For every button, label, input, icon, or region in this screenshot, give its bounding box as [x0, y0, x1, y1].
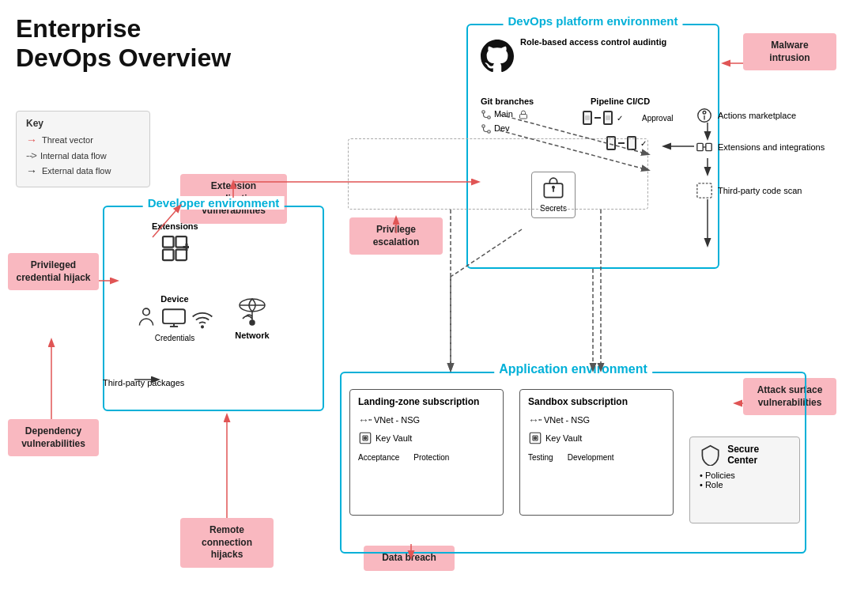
svg-rect-11: [176, 250, 187, 261]
sandbox-labels: Testing Development: [528, 453, 665, 462]
landing-zone-box: Landing-zone subscription ↔⋅⋅ VNet - NSG…: [349, 389, 504, 516]
devops-env-label: DevOps platform environment: [503, 14, 682, 28]
thirdparty-scan: Third-party code scan: [696, 182, 802, 199]
threat-remote-hijack: Remote connection hijacks: [180, 518, 274, 568]
checkmark-icon: ✓: [617, 114, 623, 123]
device-label: Device: [136, 294, 213, 304]
secure-center-items: • Policies • Role: [700, 471, 790, 489]
key-threat: → Threat vector: [26, 134, 140, 146]
svg-rect-9: [176, 236, 187, 248]
application-environment-box: Application environment Landing-zone sub…: [340, 372, 806, 554]
landing-vnet: ↔⋅⋅ VNet - NSG: [358, 414, 495, 426]
landing-zone-title: Landing-zone subscription: [358, 396, 495, 407]
pipeline-visual: ✓: [583, 111, 623, 125]
secure-center-title: Secure Center: [727, 444, 790, 466]
approval-label: Approval: [642, 114, 673, 123]
third-party-packages-label: Third-party packages: [103, 378, 184, 387]
application-env-label: Application environment: [494, 362, 652, 376]
svg-rect-10: [163, 250, 174, 261]
actions-marketplace: Actions marketplace: [696, 107, 796, 124]
sandbox-vnet: ↔⋅⋅ VNet - NSG: [528, 414, 665, 426]
key-title: Key: [26, 118, 140, 129]
svg-point-14: [143, 308, 150, 316]
key-external-label: External data flow: [42, 166, 111, 176]
svg-point-22: [250, 320, 255, 325]
svg-rect-15: [163, 309, 185, 323]
pipeline-dashed-box: [348, 138, 648, 210]
git-branches-label: Git branches: [481, 96, 534, 106]
sandbox-keyvault: Key Vault: [528, 431, 665, 445]
svg-point-0: [482, 111, 485, 114]
internal-arrow-icon: - ->: [26, 149, 36, 161]
sandbox-title: Sandbox subscription: [528, 396, 665, 407]
rbac-label: Role-based access control audintig: [520, 36, 666, 48]
svg-point-30: [703, 111, 706, 115]
landing-zone-labels: Acceptance Protection: [358, 453, 495, 462]
extensions-label: Extensions: [152, 221, 198, 231]
dots-icon-2: ↔⋅⋅: [528, 414, 541, 426]
extensions-label: Extensions and integrations: [718, 142, 825, 152]
svg-rect-8: [163, 236, 174, 248]
svg-rect-34: [697, 183, 711, 198]
svg-point-28: [534, 437, 537, 440]
secure-center-box: Secure Center • Policies • Role: [689, 436, 800, 523]
actions-label: Actions marketplace: [718, 111, 796, 120]
github-icon: [481, 40, 514, 76]
svg-point-25: [364, 437, 367, 440]
key-internal: - -> Internal data flow: [26, 149, 140, 161]
network-label: Network: [235, 331, 270, 340]
main-branch: Main: [481, 109, 528, 120]
threat-privilege-esc: Privilege escalation: [349, 217, 443, 255]
extensions-area: Extensions: [152, 221, 198, 266]
threat-dependency: Dependency vulnerabilities: [8, 419, 99, 456]
key-threat-label: Threat vector: [42, 135, 93, 145]
dots-icon: ↔⋅⋅: [358, 414, 371, 426]
landing-keyvault: Key Vault: [358, 431, 495, 445]
page: EnterpriseDevOps Overview Key → Threat v…: [0, 0, 853, 616]
threat-malware: Malware intrusion: [743, 33, 836, 70]
threat-privileged-credential: Privileged credential hijack: [8, 253, 99, 290]
svg-point-18: [202, 326, 203, 327]
key-external: → External data flow: [26, 164, 140, 177]
key-internal-label: Internal data flow: [40, 151, 107, 161]
page-title: EnterpriseDevOps Overview: [16, 14, 231, 73]
svg-rect-32: [706, 143, 711, 150]
pipeline-label: Pipeline CI/CD: [591, 96, 650, 106]
developer-env-label: Developer environment: [143, 196, 285, 210]
svg-point-4: [488, 130, 491, 134]
external-arrow-icon: →: [26, 164, 37, 177]
threat-arrow-icon: →: [26, 134, 37, 146]
credentials-label: Credentials: [136, 334, 213, 342]
svg-rect-31: [697, 143, 703, 150]
thirdparty-label: Third-party code scan: [718, 186, 802, 195]
svg-rect-2: [519, 115, 527, 119]
dev-branch: Dev: [481, 123, 510, 134]
svg-point-3: [482, 125, 485, 128]
key-legend: Key → Threat vector - -> Internal data f…: [16, 111, 150, 187]
device-area: Device: [136, 294, 213, 342]
svg-point-1: [488, 116, 491, 119]
network-area: Network: [235, 294, 270, 340]
extensions-integrations: Extensions and integrations: [696, 138, 825, 156]
sandbox-box: Sandbox subscription ↔⋅⋅ VNet - NSG Key …: [519, 389, 674, 516]
